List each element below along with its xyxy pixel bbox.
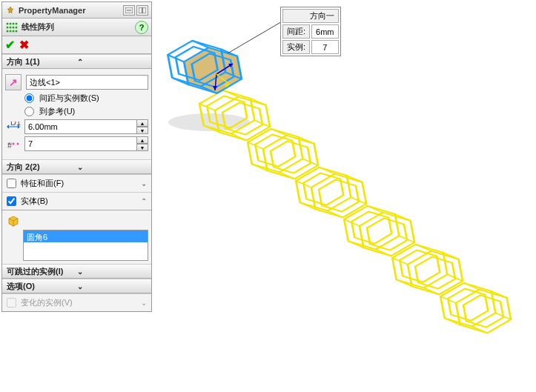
spacing-input[interactable] [24,119,136,134]
svg-point-11 [16,26,18,28]
feature-name: 线性阵列 [21,21,135,33]
svg-rect-3 [142,7,146,13]
spacing-up-button[interactable]: ▲ [136,119,148,127]
cancel-button[interactable]: ✖ [19,38,29,52]
varied-instances-checkbox [7,298,16,308]
chevron-down-icon: ⌄ [141,299,147,307]
bodies-body: 圆角6 [2,210,151,264]
to-reference-label: 到参考(U) [39,106,75,117]
bodies-header: 实体(B) ⌃ [2,192,151,210]
direction1-header[interactable]: 方向 1(1) ⌃ [2,54,151,69]
chevron-down-icon: ⌄ [77,268,148,276]
svg-rect-2 [139,7,142,13]
spacing-spinner: ▲▼ [24,119,148,134]
svg-point-6 [13,22,15,24]
svg-point-8 [7,26,9,28]
svg-point-19 [17,143,19,145]
chevron-up-icon[interactable]: ⌃ [141,197,147,205]
panel-button-2[interactable] [136,5,148,16]
spacing-count-label: 间距与实例数(S) [39,93,99,104]
chevron-up-icon: ⌃ [77,58,148,66]
ok-button[interactable]: ✔ [5,38,15,52]
callout-spacing-value[interactable]: 6mm [311,24,338,39]
direction-arrow-icon: ↗ [9,76,18,88]
count-up-button[interactable]: ▲ [136,136,148,144]
seed-body[interactable] [165,36,243,98]
callout-spacing-label: 间距: [282,24,310,39]
svg-point-4 [7,22,9,24]
skip-instances-header[interactable]: 可跳过的实例(I) ⌄ [2,264,151,279]
edge-selection-field[interactable] [26,75,148,90]
list-item[interactable]: 圆角6 [24,230,148,242]
callout-direction-label: 方向一 [282,9,339,23]
confirm-row: ✔ ✖ [2,36,151,54]
chevron-down-icon[interactable]: ⌄ [141,179,147,187]
bodies-checkbox[interactable] [7,196,16,206]
help-icon[interactable]: ? [135,21,148,34]
svg-text:#: # [7,141,13,149]
svg-point-9 [10,26,12,28]
callout-count-value[interactable]: 7 [311,40,338,54]
pushpin-icon [5,5,16,16]
property-manager-panel: PropertyManager 线性阵列 ? ✔ ✖ 方向 1(1) ⌃ ↗ 间… [1,1,152,312]
svg-point-5 [10,22,12,24]
svg-point-14 [13,30,15,32]
linear-pattern-icon [5,21,19,34]
chevron-down-icon: ⌄ [77,163,148,171]
svg-point-12 [7,30,9,32]
count-down-button[interactable]: ▼ [136,144,148,151]
bodies-listbox[interactable]: 圆角6 [23,230,148,261]
to-reference-radio[interactable] [24,107,34,116]
varied-instances-label: 变化的实例(V) [21,297,73,308]
pm-title: PropertyManager [19,6,122,15]
count-icon: # [5,136,21,151]
solid-body-icon [7,214,20,227]
svg-text:D1: D1 [10,122,21,127]
features-faces-row: 特征和面(F) ⌄ [2,174,151,192]
spacing-icon: D1 [5,119,21,134]
svg-point-13 [10,30,12,32]
svg-point-15 [16,30,18,32]
to-reference-radio-row: 到参考(U) [24,106,148,117]
chevron-down-icon: ⌄ [77,282,148,290]
pattern-callout[interactable]: 方向一 间距:6mm 实例:7 [280,7,341,56]
spacing-down-button[interactable]: ▼ [136,127,148,134]
features-faces-checkbox[interactable] [7,179,16,188]
callout-count-label: 实例: [282,40,310,54]
options-header[interactable]: 选项(O) ⌄ [2,279,151,293]
svg-point-18 [13,143,15,145]
callout-leader [228,21,283,53]
varied-instances-row: 变化的实例(V) ⌄ [2,293,151,311]
spacing-count-radio-row: 间距与实例数(S) [24,93,148,104]
reverse-direction-button[interactable]: ↗ [5,74,21,90]
direction2-header[interactable]: 方向 2(2) ⌄ [2,159,151,174]
svg-point-10 [13,26,15,28]
count-spinner: ▲▼ [24,136,148,151]
bodies-label: 实体(B) [21,196,48,207]
graphics-viewport[interactable] [153,0,536,392]
direction1-body: ↗ 间距与实例数(S) 到参考(U) D1 ▲▼ # ▲▼ [2,69,151,159]
count-input[interactable] [24,136,136,151]
panel-button-1[interactable] [123,5,135,16]
spacing-count-radio[interactable] [24,93,34,103]
features-faces-label: 特征和面(F) [21,178,64,189]
feature-title-row: 线性阵列 ? [2,19,151,36]
pm-header: PropertyManager [2,2,151,19]
svg-point-7 [16,22,18,24]
